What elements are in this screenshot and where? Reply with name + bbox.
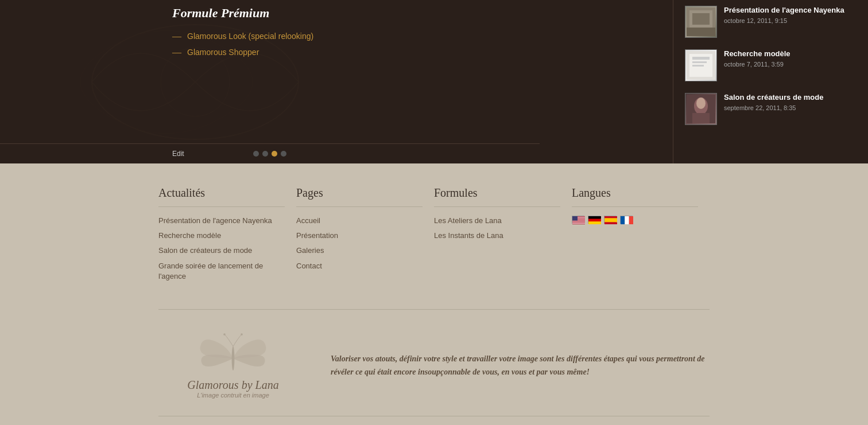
footer-col-pages: Pages Accueil Présentation Galeries Cont… [296,186,434,286]
svg-rect-8 [692,57,710,60]
footer-columns: Actualités Présentation de l'agence Naye… [158,186,710,310]
svg-point-14 [696,98,706,109]
edit-bar: Edit [0,143,540,163]
svg-rect-28 [572,224,585,224]
svg-rect-24 [572,221,585,222]
footer-col-title-langues: Langues [572,186,698,207]
svg-rect-38 [629,216,633,224]
dots-navigation [253,151,286,157]
logo-subtext: L'image contruit en image [197,392,269,399]
svg-rect-5 [687,28,715,36]
flag-us[interactable] [572,216,584,224]
footer-col-title-formules: Formules [434,186,560,207]
dot-4[interactable] [281,151,286,157]
news-item-3: Salon de créateurs de mode septembre 22,… [685,93,857,125]
news-item-2: Recherche modèle octobre 7, 2011, 3:59 [685,49,857,81]
svg-point-39 [232,346,235,371]
butterfly-icon [199,333,268,384]
footer-section: Actualités Présentation de l'agence Naye… [0,163,868,425]
flag-es[interactable] [604,216,617,224]
footer-col-title-pages: Pages [296,186,423,207]
news-thumb-3 [685,93,717,125]
svg-rect-35 [604,223,617,225]
svg-rect-30 [588,216,601,219]
footer-col-actualites: Actualités Présentation de l'agence Naye… [158,186,296,286]
news-thumb-1 [685,6,717,38]
news-title-2[interactable]: Recherche modèle [724,49,790,59]
svg-rect-31 [588,219,601,222]
footer-col-langues: Langues [572,186,710,286]
footer-logo: Glamorous by Lana L'image contruit en im… [158,333,308,399]
news-date-2: octobre 7, 2011, 3:59 [724,61,790,68]
footer-link-actualites-2[interactable]: Recherche modèle [158,231,285,241]
top-section: Formule Prémium — Glamorous Look (specia… [0,0,868,163]
flag-fr[interactable] [620,216,633,224]
news-date-3: septembre 22, 2011, 8:35 [724,104,823,111]
svg-point-41 [241,333,243,336]
svg-rect-25 [572,222,585,223]
top-left-content: Formule Prémium — Glamorous Look (specia… [0,0,540,163]
footer-link-pages-1[interactable]: Accueil [296,216,423,226]
footer-link-actualites-3[interactable]: Salon de créateurs de mode [158,245,285,256]
svg-rect-27 [572,223,585,224]
footer-link-pages-4[interactable]: Contact [296,261,423,271]
svg-rect-29 [572,216,578,221]
footer-link-pages-2[interactable]: Présentation [296,231,423,241]
news-sidebar: Présentation de l'agence Nayenka octobre… [673,0,868,163]
news-content-1: Présentation de l'agence Nayenka octobre… [724,6,844,24]
news-content-2: Recherche modèle octobre 7, 2011, 3:59 [724,49,790,68]
svg-rect-4 [692,13,710,25]
svg-point-40 [223,333,226,336]
svg-rect-9 [692,61,707,63]
footer-link-actualites-4[interactable]: Grande soirée de lancement de l'agence [158,261,285,282]
news-item-1: Présentation de l'agence Nayenka octobre… [685,6,857,38]
footer-bottom: Glamorous by Lana L'image contruit en im… [158,310,710,416]
svg-rect-10 [692,65,704,67]
news-title-3[interactable]: Salon de créateurs de mode [724,93,823,103]
footer-link-actualites-1[interactable]: Présentation de l'agence Nayenka [158,216,285,226]
svg-rect-26 [572,223,585,223]
dot-1[interactable] [253,151,259,157]
flag-de[interactable] [588,216,600,224]
svg-rect-13 [692,113,710,123]
edit-label: Edit [172,150,184,158]
svg-rect-34 [604,219,617,223]
copyright-bar: © Réalisation: Industrie Poétique | 2011… [158,416,710,425]
bg-pattern [23,0,367,163]
svg-rect-36 [621,216,625,224]
news-thumb-2 [685,49,717,81]
footer-link-formules-2[interactable]: Les Instants de Lana [434,231,560,241]
footer-link-formules-1[interactable]: Les Ateliers de Lana [434,216,560,226]
footer-tagline: Valoriser vos atouts, définir votre styl… [331,352,710,380]
svg-rect-23 [572,221,585,221]
svg-rect-32 [588,221,601,224]
footer-col-title-actualites: Actualités [158,186,285,207]
svg-rect-33 [604,216,617,219]
dot-3[interactable] [272,151,277,157]
footer-col-formules: Formules Les Ateliers de Lana Les Instan… [434,186,572,286]
news-content-3: Salon de créateurs de mode septembre 22,… [724,93,823,111]
news-date-1: octobre 12, 2011, 9:15 [724,17,844,24]
dot-2[interactable] [262,151,268,157]
svg-rect-37 [625,216,629,224]
news-title-1[interactable]: Présentation de l'agence Nayenka [724,6,844,15]
footer-link-pages-3[interactable]: Galeries [296,245,423,256]
footer-flags [572,216,698,224]
